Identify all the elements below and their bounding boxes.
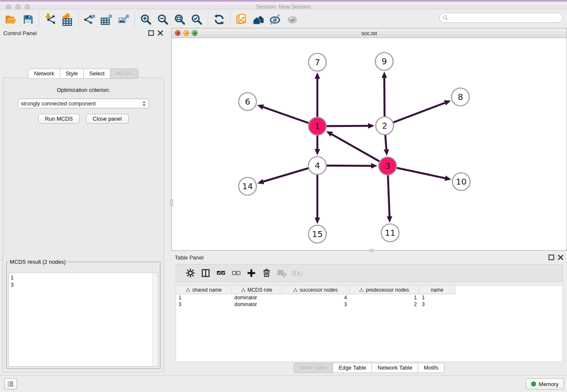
tab-network[interactable]: Network xyxy=(28,69,60,79)
graph-edge-1-2[interactable] xyxy=(327,123,374,129)
task-history-button[interactable] xyxy=(4,378,17,389)
table-settings-button[interactable] xyxy=(183,266,198,280)
graph-edge-4-15[interactable] xyxy=(315,175,320,224)
function-builder-button[interactable]: f(x) xyxy=(289,266,305,280)
graph-node-10[interactable]: 10 xyxy=(452,173,470,190)
import-table-button[interactable] xyxy=(59,12,76,27)
apply-layout-button[interactable] xyxy=(211,12,228,27)
table-cell[interactable]: 1 xyxy=(419,294,455,301)
table-cell[interactable]: dominator xyxy=(232,301,282,308)
show-columns-icon xyxy=(201,268,211,278)
table-cell[interactable]: 1 xyxy=(350,294,419,301)
table-cell[interactable]: 4 xyxy=(282,294,350,301)
float-icon xyxy=(548,254,554,260)
table-settings-icon xyxy=(185,268,195,278)
tab-network-table[interactable]: Network Table xyxy=(372,363,418,373)
mcds-result-textarea[interactable]: 1 3 xyxy=(8,273,158,367)
tab-motifs[interactable]: Motifs xyxy=(418,363,444,373)
table-cell[interactable]: 3 xyxy=(419,301,455,308)
control-panel-close-button[interactable] xyxy=(157,30,163,36)
graph-edge-2-8[interactable] xyxy=(394,100,451,122)
copy-network-button[interactable] xyxy=(233,12,250,27)
table-row[interactable]: 3dominator323 xyxy=(176,301,562,308)
deselect-all-columns-button[interactable] xyxy=(228,266,244,280)
network-canvas[interactable]: 7968124314101511 xyxy=(172,38,567,250)
table-cell[interactable]: 3 xyxy=(176,301,232,308)
vertical-splitter-handle[interactable] xyxy=(170,199,173,206)
memory-button[interactable]: Memory xyxy=(526,378,564,389)
zoom-fit-button[interactable] xyxy=(171,12,188,27)
search-input[interactable] xyxy=(449,15,562,21)
open-session-button[interactable] xyxy=(3,12,19,27)
graph-edge-4-3[interactable] xyxy=(327,163,377,168)
graph-edge-3-1[interactable] xyxy=(326,131,380,161)
export-table-button[interactable] xyxy=(98,12,115,27)
zoom-selected-button[interactable] xyxy=(188,12,205,27)
graph-node-6[interactable]: 6 xyxy=(239,93,256,110)
search-box[interactable] xyxy=(439,13,563,23)
table-cell[interactable]: 2 xyxy=(350,301,419,308)
graph-edge-1-4[interactable] xyxy=(315,135,320,155)
tab-style[interactable]: Style xyxy=(60,69,84,79)
add-column-button[interactable] xyxy=(244,266,259,280)
table-row[interactable]: 1dominator411 xyxy=(176,294,562,301)
table-panel-close-button[interactable] xyxy=(558,254,564,260)
memory-label: Memory xyxy=(539,381,559,387)
mcds-result-title: MCDS result (2 nodes) xyxy=(8,259,67,265)
graph-edge-3-11[interactable] xyxy=(387,175,392,223)
graph-edge-3-10[interactable] xyxy=(397,168,451,181)
graph-node-7[interactable]: 7 xyxy=(308,53,326,71)
column-header-shared-name[interactable]: shared name xyxy=(176,286,232,294)
import-network-button[interactable] xyxy=(42,12,59,27)
memory-status-icon xyxy=(531,381,536,386)
table-cell[interactable]: 3 xyxy=(282,301,350,308)
table-cell[interactable]: dominator xyxy=(232,294,282,301)
delete-column-button[interactable] xyxy=(259,266,274,280)
close-panel-button[interactable]: Close panel xyxy=(86,114,129,124)
column-header-successor-nodes[interactable]: successor nodes xyxy=(282,286,350,294)
tab-select[interactable]: Select xyxy=(83,69,110,79)
control-panel: Control Panel NetworkStyleSelectMCDS Opt… xyxy=(0,28,167,375)
graph-edge-4-14[interactable] xyxy=(257,168,308,184)
graph-node-1[interactable]: 1 xyxy=(308,117,326,135)
criterion-select[interactable]: strongly connected component xyxy=(18,99,149,108)
graph-node-8[interactable]: 8 xyxy=(451,88,469,106)
control-panel-float-button[interactable] xyxy=(148,30,154,36)
table-cell[interactable]: 1 xyxy=(176,294,232,301)
tab-mcds[interactable]: MCDS xyxy=(110,69,138,79)
graph-edge-1-6[interactable] xyxy=(257,105,309,123)
graph-node-4[interactable]: 4 xyxy=(308,157,326,174)
graph-node-3[interactable]: 3 xyxy=(379,157,396,175)
column-header-name[interactable]: name xyxy=(419,286,455,294)
horizontal-splitter-handle[interactable] xyxy=(369,249,374,252)
delete-table-button[interactable] xyxy=(274,266,289,280)
mcds-result-text: 1 3 xyxy=(11,274,150,366)
show-all-button[interactable] xyxy=(284,12,301,27)
show-columns-button[interactable] xyxy=(198,266,213,280)
network-window-titlebar[interactable]: scc.txt xyxy=(172,28,567,38)
graph-node-14[interactable]: 14 xyxy=(239,177,256,195)
table-panel-float-button[interactable] xyxy=(548,254,554,260)
tab-node-table[interactable]: Node Table xyxy=(294,363,333,373)
graph-edge-1-7[interactable] xyxy=(315,72,320,117)
tab-edge-table[interactable]: Edge Table xyxy=(333,363,372,373)
zoom-out-button[interactable] xyxy=(154,12,171,27)
graph-edge-2-9[interactable] xyxy=(382,72,387,116)
run-mcds-button[interactable]: Run MCDS xyxy=(38,114,80,124)
graph-node-9[interactable]: 9 xyxy=(375,52,393,70)
graph-node-15[interactable]: 15 xyxy=(308,225,326,243)
zoom-in-button[interactable] xyxy=(138,12,154,27)
export-network-button[interactable] xyxy=(81,12,98,27)
mcds-result-scrollbar[interactable] xyxy=(152,273,158,366)
hide-selected-button[interactable] xyxy=(267,12,284,27)
first-neighbors-button[interactable] xyxy=(250,12,267,27)
column-header-predecessor-nodes[interactable]: predecessor nodes xyxy=(350,286,419,294)
select-all-columns-button[interactable] xyxy=(213,266,228,280)
save-session-button[interactable] xyxy=(19,12,36,27)
graph-node-11[interactable]: 11 xyxy=(381,224,399,242)
svg-text:10: 10 xyxy=(456,177,466,187)
column-header-MCDS-role[interactable]: MCDS role xyxy=(232,286,282,294)
graph-edge-2-3[interactable] xyxy=(384,135,389,156)
export-image-button[interactable] xyxy=(115,12,132,27)
graph-node-2[interactable]: 2 xyxy=(376,117,394,135)
